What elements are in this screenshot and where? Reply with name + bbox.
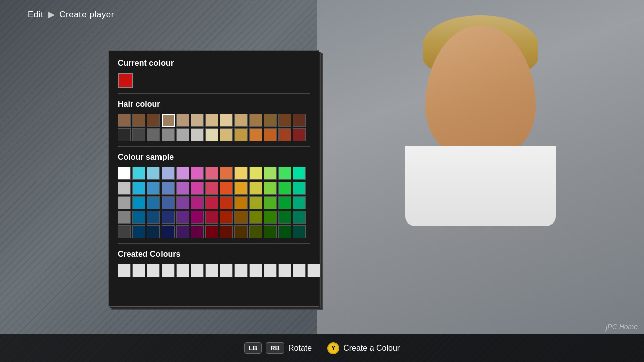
hair-colour-swatch[interactable] <box>132 114 145 127</box>
hair-colour-swatch[interactable] <box>293 128 306 141</box>
sample-colour-swatch[interactable] <box>220 182 233 195</box>
sample-colour-swatch[interactable] <box>176 167 189 180</box>
sample-colour-swatch[interactable] <box>176 182 189 195</box>
sample-colour-swatch[interactable] <box>118 211 131 224</box>
sample-colour-swatch[interactable] <box>293 211 306 224</box>
sample-colour-swatch[interactable] <box>162 225 175 238</box>
y-button[interactable]: Y <box>327 342 339 354</box>
created-colour-swatch[interactable] <box>191 264 204 277</box>
sample-colour-swatch[interactable] <box>264 196 277 209</box>
sample-colour-swatch[interactable] <box>191 182 204 195</box>
sample-colour-swatch[interactable] <box>147 167 160 180</box>
sample-colour-swatch[interactable] <box>176 196 189 209</box>
sample-colour-swatch[interactable] <box>191 225 204 238</box>
hair-colour-swatch[interactable] <box>278 128 291 141</box>
sample-colour-swatch[interactable] <box>118 167 131 180</box>
sample-colour-swatch[interactable] <box>162 167 175 180</box>
sample-colour-swatch[interactable] <box>147 196 160 209</box>
created-colour-swatch[interactable] <box>118 264 131 277</box>
sample-colour-swatch[interactable] <box>264 225 277 238</box>
created-colour-swatch[interactable] <box>176 264 189 277</box>
sample-colour-swatch[interactable] <box>205 225 218 238</box>
sample-colour-swatch[interactable] <box>147 211 160 224</box>
sample-colour-swatch[interactable] <box>278 182 291 195</box>
sample-colour-swatch[interactable] <box>162 196 175 209</box>
hair-colour-swatch[interactable] <box>162 128 175 141</box>
sample-colour-swatch[interactable] <box>220 211 233 224</box>
created-colour-swatch[interactable] <box>162 264 175 277</box>
created-colour-swatch[interactable] <box>307 264 320 277</box>
hair-colour-swatch[interactable] <box>176 114 189 127</box>
sample-colour-swatch[interactable] <box>264 211 277 224</box>
sample-colour-swatch[interactable] <box>234 182 248 195</box>
sample-colour-swatch[interactable] <box>132 211 145 224</box>
created-colour-swatch[interactable] <box>147 264 160 277</box>
sample-colour-swatch[interactable] <box>234 196 248 209</box>
sample-colour-swatch[interactable] <box>264 182 277 195</box>
hair-colour-swatch[interactable] <box>220 128 233 141</box>
created-colour-swatch[interactable] <box>205 264 218 277</box>
sample-colour-swatch[interactable] <box>191 196 204 209</box>
hair-colour-swatch[interactable] <box>264 114 277 127</box>
sample-colour-swatch[interactable] <box>249 182 262 195</box>
created-colour-swatch[interactable] <box>278 264 291 277</box>
sample-colour-swatch[interactable] <box>249 211 262 224</box>
sample-colour-swatch[interactable] <box>249 167 262 180</box>
sample-colour-swatch[interactable] <box>234 167 248 180</box>
lb-button[interactable]: LB <box>244 342 262 354</box>
hair-colour-swatch[interactable] <box>234 114 248 127</box>
hair-colour-swatch[interactable] <box>220 114 233 127</box>
sample-colour-swatch[interactable] <box>205 196 218 209</box>
sample-colour-swatch[interactable] <box>234 211 248 224</box>
sample-colour-swatch[interactable] <box>278 196 291 209</box>
sample-colour-swatch[interactable] <box>220 225 233 238</box>
sample-colour-swatch[interactable] <box>132 182 145 195</box>
sample-colour-swatch[interactable] <box>264 167 277 180</box>
rb-button[interactable]: RB <box>266 342 284 354</box>
sample-colour-swatch[interactable] <box>191 167 204 180</box>
sample-colour-swatch[interactable] <box>132 225 145 238</box>
sample-colour-swatch[interactable] <box>234 225 248 238</box>
hair-colour-swatch[interactable] <box>118 128 131 141</box>
hair-colour-swatch[interactable] <box>249 128 262 141</box>
hair-colour-swatch[interactable] <box>278 114 291 127</box>
sample-colour-swatch[interactable] <box>162 182 175 195</box>
created-colour-swatch[interactable] <box>132 264 145 277</box>
hair-colour-swatch[interactable] <box>205 128 218 141</box>
sample-colour-swatch[interactable] <box>162 211 175 224</box>
sample-colour-swatch[interactable] <box>220 167 233 180</box>
created-colour-swatch[interactable] <box>249 264 262 277</box>
hair-colour-swatch[interactable] <box>176 128 189 141</box>
hair-colour-swatch[interactable] <box>293 114 306 127</box>
hair-colour-swatch[interactable] <box>205 114 218 127</box>
sample-colour-swatch[interactable] <box>293 196 306 209</box>
sample-colour-swatch[interactable] <box>147 182 160 195</box>
hair-colour-swatch[interactable] <box>132 128 145 141</box>
sample-colour-swatch[interactable] <box>220 196 233 209</box>
created-colour-swatch[interactable] <box>264 264 277 277</box>
sample-colour-swatch[interactable] <box>132 167 145 180</box>
sample-colour-swatch[interactable] <box>278 167 291 180</box>
hair-colour-swatch[interactable] <box>162 114 175 127</box>
sample-colour-swatch[interactable] <box>293 182 306 195</box>
sample-colour-swatch[interactable] <box>205 167 218 180</box>
sample-colour-swatch[interactable] <box>278 225 291 238</box>
sample-colour-swatch[interactable] <box>147 225 160 238</box>
sample-colour-swatch[interactable] <box>132 196 145 209</box>
hair-colour-swatch[interactable] <box>191 114 204 127</box>
hair-colour-swatch[interactable] <box>234 128 248 141</box>
hair-colour-swatch[interactable] <box>264 128 277 141</box>
hair-colour-swatch[interactable] <box>118 114 131 127</box>
sample-colour-swatch[interactable] <box>118 225 131 238</box>
sample-colour-swatch[interactable] <box>249 196 262 209</box>
sample-colour-swatch[interactable] <box>205 182 218 195</box>
sample-colour-swatch[interactable] <box>205 211 218 224</box>
sample-colour-swatch[interactable] <box>293 167 306 180</box>
sample-colour-swatch[interactable] <box>176 211 189 224</box>
created-colour-swatch[interactable] <box>220 264 233 277</box>
hair-colour-swatch[interactable] <box>147 114 160 127</box>
sample-colour-swatch[interactable] <box>118 182 131 195</box>
created-colour-swatch[interactable] <box>234 264 248 277</box>
sample-colour-swatch[interactable] <box>176 225 189 238</box>
sample-colour-swatch[interactable] <box>278 211 291 224</box>
